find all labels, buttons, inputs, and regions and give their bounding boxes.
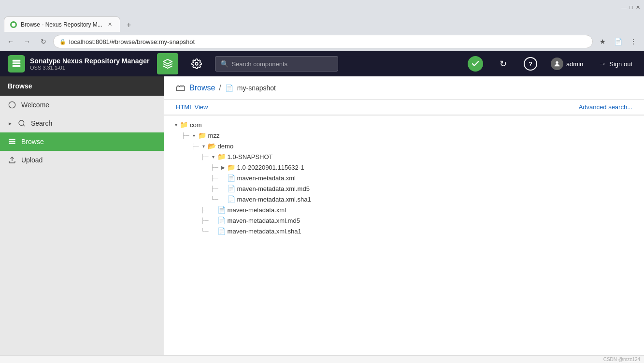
title-bar-controls: — □ ✕ [621, 4, 640, 11]
browser-actions: ★ 📄 ⋮ [596, 35, 640, 48]
tree-node-meta2-sha1[interactable]: └─ 📄 maven-metadata.xml.sha1 [172, 226, 636, 236]
tab-title: Browse - Nexus Repository M... [21, 21, 102, 28]
expand-snapshot[interactable]: ▾ [210, 153, 217, 160]
folder-icon-ts: 📁 [227, 163, 235, 171]
svg-rect-2 [13, 65, 21, 67]
sidebar-item-welcome[interactable]: Welcome [0, 96, 164, 114]
brand: Sonatype Nexus Repository Manager OSS 3.… [8, 55, 149, 73]
extension-icon[interactable]: 📄 [611, 35, 625, 48]
browse-nav-button[interactable] [157, 53, 178, 74]
address-bar: ← → ↻ 🔒 localhost:8081/#browse/browse:my… [0, 32, 644, 51]
search-input[interactable] [231, 60, 332, 68]
tree-node-meta1-md5[interactable]: ├─ 📄 maven-metadata.xml.md5 [172, 183, 636, 194]
tree-label-demo: demo [218, 143, 234, 150]
file-generic-icon-meta2-sha1: 📄 [217, 227, 226, 235]
tree-container: ▾ 📁 com ├─ ▾ 📁 mzz ├─ [164, 116, 644, 355]
expand-mzz[interactable]: ▾ [190, 131, 198, 139]
search-bar[interactable]: 🔍 [215, 56, 338, 72]
expand-ts[interactable]: ▶ [219, 163, 227, 171]
tree-node-demo[interactable]: ├─ ▾ 📂 demo [172, 141, 636, 151]
main-layout: Browse Welcome ► [0, 76, 644, 355]
forward-button[interactable]: → [20, 35, 34, 48]
sidebar-item-browse[interactable]: Browse [0, 132, 164, 151]
tree-line-meta1-sha1: └─ [211, 196, 218, 202]
new-tab-button[interactable]: + [122, 18, 136, 32]
breadcrumb-bar: 🗃 Browse / 📄 my-snapshot [164, 76, 644, 100]
top-nav: Sonatype Nexus Repository Manager OSS 3.… [0, 51, 644, 76]
tree-line-meta1-md5: ├─ [211, 186, 218, 191]
settings-nav-button[interactable] [186, 53, 207, 74]
tree-node-ts-folder[interactable]: ├─ ▶ 📁 1.0-20220901.115632-1 [172, 162, 636, 173]
browse-label: Browse [21, 138, 44, 145]
welcome-label: Welcome [21, 101, 49, 109]
browser-window: — □ ✕ Browse - Nexus Repository M... ✕ +… [0, 0, 644, 363]
advanced-search-link[interactable]: Advanced search... [579, 103, 632, 111]
breadcrumb-repo: my-snapshot [237, 84, 276, 92]
tree-node-meta2-md5[interactable]: ├─ 📄 maven-metadata.xml.md5 [172, 215, 636, 226]
folder-icon-com: 📁 [180, 121, 188, 129]
tab-close-button[interactable]: ✕ [106, 21, 114, 29]
upload-label: Upload [21, 156, 43, 164]
svg-rect-0 [13, 60, 21, 62]
tree-line-meta2-sha1: └─ [201, 228, 209, 234]
file-xml-icon-meta1: 📄 [227, 174, 235, 182]
html-view-button[interactable]: HTML View [176, 103, 208, 111]
search-label: Search [31, 119, 52, 127]
search-icon [17, 119, 26, 128]
svg-rect-10 [9, 143, 15, 144]
active-tab[interactable]: Browse - Nexus Repository M... ✕ [4, 16, 120, 32]
breadcrumb-browse-link[interactable]: Browse [189, 84, 215, 92]
tree-line-demo: ├─ [191, 143, 199, 149]
svg-point-6 [19, 120, 24, 126]
sidebar-title: Browse [8, 82, 32, 90]
tree-line-mzz: ├─ [182, 132, 189, 138]
tree-line-meta2: ├─ [201, 207, 209, 213]
tree-line-snapshot: ├─ [201, 154, 209, 160]
sidebar-item-search[interactable]: ► Search [0, 114, 164, 132]
expand-demo[interactable]: ▾ [200, 142, 208, 150]
file-generic-icon-meta2-md5: 📄 [217, 217, 226, 224]
menu-icon[interactable]: ⋮ [627, 35, 640, 48]
url-bar[interactable]: 🔒 localhost:8081/#browse/browse:my-snaps… [53, 35, 593, 48]
reload-button[interactable]: ↻ [37, 35, 50, 48]
tree-label-meta1-sha1: maven-metadata.xml.sha1 [237, 196, 311, 203]
expand-com[interactable]: ▾ [172, 121, 180, 129]
sidebar: Browse Welcome ► [0, 76, 164, 355]
db-icon: 🗃 [176, 82, 186, 93]
browse-icon [8, 137, 16, 146]
search-icon: 🔍 [220, 60, 229, 68]
tree-label-ts: 1.0-20220901.115632-1 [237, 164, 304, 171]
tree-node-com[interactable]: ▾ 📁 com [172, 119, 636, 130]
content-area: 🗃 Browse / 📄 my-snapshot HTML View Advan… [164, 76, 644, 355]
brand-text: Sonatype Nexus Repository Manager OSS 3.… [30, 57, 149, 71]
file-generic-icon-meta1-md5: 📄 [227, 185, 235, 192]
tree-node-meta2[interactable]: ├─ 📄 maven-metadata.xml [172, 204, 636, 215]
file-xml-icon-meta2: 📄 [217, 206, 226, 214]
folder-icon-mzz: 📁 [198, 131, 206, 139]
tree-node-meta1-sha1[interactable]: └─ 📄 maven-metadata.xml.sha1 [172, 194, 636, 204]
tree-label-meta2-md5: maven-metadata.xml.md5 [228, 217, 300, 224]
app-container: Sonatype Nexus Repository Manager OSS 3.… [0, 51, 644, 363]
signout-button[interactable]: → Sign out [595, 58, 636, 70]
user-section[interactable]: admin [551, 58, 583, 70]
upload-icon [8, 156, 16, 164]
brand-version: OSS 3.31.1-01 [30, 65, 149, 71]
refresh-button[interactable]: ↻ [493, 53, 514, 74]
brand-logo [8, 55, 25, 73]
welcome-icon [8, 101, 16, 109]
help-button[interactable]: ? [524, 57, 537, 71]
svg-point-5 [9, 102, 15, 108]
expand-icon: ► [8, 121, 13, 126]
tree-node-mzz[interactable]: ├─ ▾ 📁 mzz [172, 130, 636, 141]
url-text: localhost:8081/#browse/browse:my-snapsho… [69, 38, 195, 45]
tree-line-ts: ├─ [211, 164, 218, 170]
brand-name: Sonatype Nexus Repository Manager [30, 57, 149, 65]
tree-label-com: com [190, 121, 202, 129]
tree-node-meta1[interactable]: ├─ 📄 maven-metadata.xml [172, 173, 636, 183]
tree-node-snapshot[interactable]: ├─ ▾ 📁 1.0-SNAPSHOT [172, 151, 636, 162]
title-bar: — □ ✕ [0, 0, 644, 15]
bookmark-icon[interactable]: ★ [596, 35, 609, 48]
sidebar-item-upload[interactable]: Upload [0, 151, 164, 169]
back-button[interactable]: ← [4, 35, 17, 48]
folder-icon-demo: 📂 [208, 142, 216, 150]
